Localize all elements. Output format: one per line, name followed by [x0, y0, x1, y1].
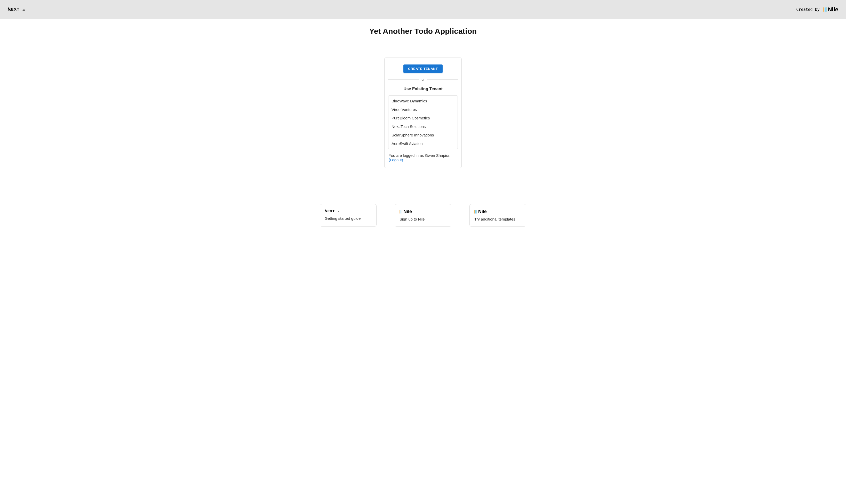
footer-cards: NEXT .JS Getting started guide Nile [320, 204, 526, 227]
tenant-item[interactable]: AeroSwift Aviation [389, 139, 457, 149]
divider: or [388, 78, 458, 82]
footer-card-logo: Nile [399, 209, 447, 214]
existing-tenant-title: Use Existing Tenant [388, 87, 458, 91]
nile-logo: Nile [823, 6, 838, 13]
tenant-list: BlueWave Dynamics Vireo Ventures PureBlo… [388, 95, 458, 149]
header: NEXT .JS Created by Nile [0, 0, 846, 19]
divider-line-left [388, 79, 419, 80]
tenant-item[interactable]: PureBloom Cosmetics [389, 114, 457, 122]
footer-card-getting-started[interactable]: NEXT .JS Getting started guide [320, 204, 377, 227]
login-status-prefix: You are logged in as [389, 153, 425, 158]
footer-card-templates[interactable]: Nile Try additional templates [469, 204, 526, 227]
footer-card-text: Getting started guide [325, 216, 372, 220]
footer-card-text: Try additional templates [474, 217, 521, 221]
create-tenant-button[interactable]: CREATE TENANT [403, 65, 442, 73]
tenant-item[interactable]: SolarSphere Innovations [389, 131, 457, 139]
footer-card-logo: NEXT .JS [325, 209, 372, 214]
svg-text:.JS: .JS [22, 9, 25, 11]
nile-bars-icon [823, 7, 827, 12]
footer-card-logo: Nile [474, 209, 521, 214]
footer-card-signup[interactable]: Nile Sign up to Nile [395, 204, 451, 227]
header-right: Created by Nile [796, 6, 838, 13]
divider-line-right [427, 79, 458, 80]
nile-brand-text: Nile [828, 6, 838, 13]
tenant-item[interactable]: Vireo Ventures [389, 105, 457, 114]
nextjs-logo-icon: NEXT .JS [325, 209, 347, 214]
logout-link[interactable]: (Logout) [389, 158, 403, 162]
created-by-label: Created by [796, 7, 820, 12]
login-status: You are logged in as Gwen Shapira (Logou… [388, 153, 458, 162]
tenant-card: CREATE TENANT or Use Existing Tenant Blu… [384, 57, 462, 168]
footer-card-text: Sign up to Nile [399, 217, 447, 221]
divider-text: or [421, 78, 425, 82]
nile-logo-icon: Nile [399, 209, 412, 214]
user-name: Gwen Shapira [425, 153, 449, 158]
page-title: Yet Another Todo Application [369, 27, 476, 36]
main-content: Yet Another Todo Application CREATE TENA… [0, 19, 846, 237]
tenant-item[interactable]: BlueWave Dynamics [389, 96, 457, 105]
nextjs-logo: NEXT .JS [8, 7, 34, 12]
svg-text:.JS: .JS [337, 211, 339, 213]
nile-logo-icon: Nile [474, 209, 487, 214]
tenant-item[interactable]: NexaTech Solutions [389, 122, 457, 131]
